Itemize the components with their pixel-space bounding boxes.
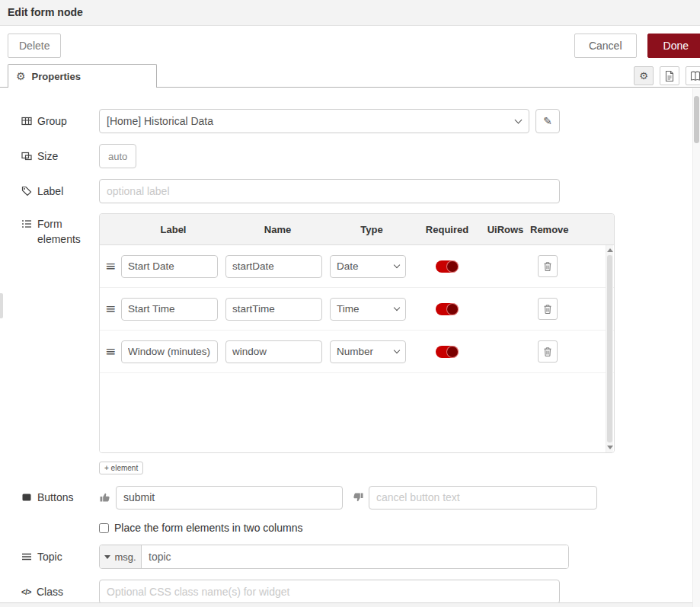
tray-resize-handle[interactable] (0, 293, 3, 318)
element-name-input[interactable] (225, 340, 322, 363)
group-select[interactable]: [Home] Historical Data (99, 109, 529, 133)
add-element-button[interactable]: + element (99, 462, 143, 474)
caret-down-icon (104, 555, 110, 559)
group-row: Group [Home] Historical Data ✎ (21, 109, 692, 133)
scroll-down-arrow-icon[interactable] (607, 446, 613, 449)
table-scrollbar[interactable] (606, 245, 613, 452)
table-icon (21, 116, 32, 126)
table-row: ≡ Time (100, 288, 614, 331)
remove-element-button[interactable] (538, 298, 558, 320)
element-type-select[interactable]: Number (330, 340, 406, 363)
type-value: Time (337, 303, 360, 315)
two-columns-label: Place the form elements in two columns (114, 522, 302, 534)
submit-button-text-input[interactable] (116, 486, 343, 510)
description-button[interactable] (660, 66, 679, 85)
label-row: Label (21, 179, 692, 203)
form-elements-label: Form elements (21, 213, 99, 474)
cancel-button-text-input[interactable] (369, 486, 597, 510)
element-name-input[interactable] (225, 255, 322, 278)
form-elements-label-text: Form elements (37, 216, 82, 248)
toggle-knob (447, 347, 458, 357)
element-label-input[interactable] (121, 340, 218, 363)
label-input[interactable] (99, 179, 560, 203)
delete-button[interactable]: Delete (8, 34, 61, 58)
column-header-remove: Remove (530, 224, 614, 235)
class-input[interactable] (99, 580, 560, 604)
gear-icon: ⚙ (16, 71, 26, 81)
table-body: ≡ Date ≡ (100, 245, 614, 452)
node-properties-button[interactable]: ⚙ (634, 66, 654, 85)
required-toggle[interactable] (436, 260, 459, 273)
size-auto-button[interactable]: auto (99, 144, 136, 168)
drag-handle-icon[interactable]: ≡ (100, 345, 121, 358)
trash-icon (543, 261, 552, 272)
element-name-input[interactable] (225, 298, 322, 321)
remove-element-button[interactable] (538, 340, 558, 363)
form-elements-row: Form elements Label Name Type Required U… (21, 213, 692, 474)
pencil-icon: ✎ (543, 116, 552, 126)
tab-properties[interactable]: ⚙ Properties (8, 64, 157, 88)
class-row: </> Class (21, 580, 692, 604)
element-label-input[interactable] (121, 255, 218, 278)
toggle-knob (447, 304, 458, 315)
main-scrollbar-thumb[interactable] (694, 96, 699, 143)
book-icon (689, 70, 700, 82)
list-icon (21, 219, 32, 229)
scroll-up-arrow-icon[interactable] (607, 248, 613, 252)
size-icon (21, 151, 32, 161)
element-label-input[interactable] (121, 298, 218, 321)
form-elements-editor: Label Name Type Required UiRows Remove ≡… (99, 213, 615, 474)
group-label-text: Group (37, 115, 67, 127)
table-header: Label Name Type Required UiRows Remove (100, 214, 614, 245)
form-elements-table: Label Name Type Required UiRows Remove ≡… (99, 213, 615, 453)
table-row: ≡ Date (100, 245, 614, 288)
chevron-down-icon (394, 304, 400, 310)
topic-type-button[interactable]: msg. (100, 545, 142, 568)
table-scrollbar-thumb[interactable] (607, 255, 612, 442)
help-button[interactable] (686, 66, 700, 85)
label-label-text: Label (37, 185, 63, 197)
size-row: Size auto (21, 144, 692, 168)
element-type-select[interactable]: Time (330, 298, 406, 321)
class-label-text: Class (37, 586, 63, 598)
size-label: Size (21, 144, 99, 168)
thumbs-down-icon (352, 491, 364, 503)
required-toggle[interactable] (436, 346, 459, 358)
buttons-icon (21, 492, 32, 503)
element-type-select[interactable]: Date (330, 255, 406, 278)
column-header-name: Name (225, 224, 330, 235)
type-value: Number (337, 346, 373, 357)
column-header-required: Required (414, 224, 481, 235)
drag-handle-icon[interactable]: ≡ (100, 260, 121, 273)
topic-row: Topic msg. (21, 545, 692, 569)
cancel-button[interactable]: Cancel (574, 34, 637, 58)
column-header-label: Label (121, 224, 225, 235)
two-columns-checkbox[interactable] (99, 523, 109, 533)
class-label: </> Class (21, 580, 99, 604)
bottom-strip (0, 602, 692, 607)
size-label-text: Size (37, 150, 58, 162)
required-toggle[interactable] (436, 303, 459, 315)
chevron-down-icon (394, 261, 400, 267)
group-edit-button[interactable]: ✎ (535, 109, 560, 133)
topic-input[interactable] (142, 545, 568, 568)
code-icon: </> (21, 588, 31, 596)
toggle-knob (447, 261, 458, 272)
group-label: Group (21, 109, 99, 133)
document-icon (663, 70, 676, 82)
done-button[interactable]: Done (647, 34, 700, 58)
drag-handle-icon[interactable]: ≡ (100, 302, 121, 315)
remove-element-button[interactable] (538, 255, 558, 277)
dialog-header: Edit form node (0, 0, 700, 26)
topic-label-text: Topic (37, 551, 62, 563)
add-element-wrap: + element (99, 460, 615, 474)
chevron-down-icon (515, 116, 523, 123)
gear-icon: ⚙ (639, 71, 648, 81)
thumbs-up-icon (99, 491, 111, 503)
main-scrollbar[interactable] (692, 88, 700, 607)
topic-typed-input: msg. (99, 545, 569, 569)
buttons-row: Buttons (21, 485, 692, 510)
confirm-buttons: Cancel Done (574, 34, 700, 58)
column-header-type: Type (330, 224, 414, 235)
trash-icon (543, 347, 552, 357)
